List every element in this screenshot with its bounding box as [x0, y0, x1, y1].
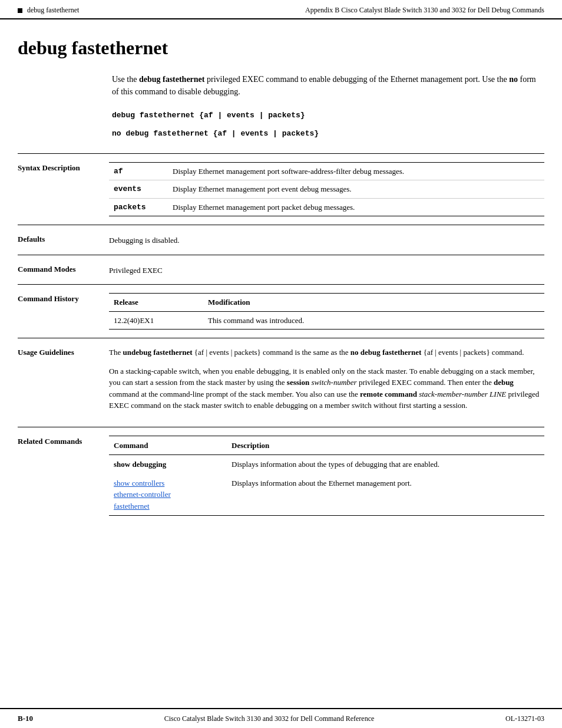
usage-undebug-bold: undebug fastethernet	[123, 348, 192, 357]
header-breadcrumb: debug fastethernet	[27, 6, 79, 15]
defaults-label: Defaults	[18, 233, 109, 246]
defaults-content: Debugging is disabled.	[109, 233, 544, 246]
intro-paragraph: Use the debug fastethernet privileged EX…	[112, 73, 544, 98]
usage-session-bold: session	[287, 378, 309, 387]
defaults-text: Debugging is disabled.	[109, 233, 544, 246]
rel-desc-show-controllers: Displays information about the Ethernet …	[227, 474, 544, 516]
command-history-content: Release Modification 12.2(40)EX1 This co…	[109, 293, 544, 330]
related-commands-table: Command Description show debugging Displ…	[109, 436, 544, 516]
footer-center-text: Cisco Catalyst Blade Switch 3130 and 303…	[164, 714, 375, 723]
intro-section: Use the debug fastethernet privileged EX…	[112, 73, 544, 98]
cmd-history-release: 12.2(40)EX1	[109, 311, 203, 330]
command-modes-label: Command Modes	[18, 263, 109, 276]
defaults-section: Defaults Debugging is disabled.	[18, 225, 544, 255]
syntax-description-section: Syntax Description af Display Ethernet m…	[18, 153, 544, 225]
syntax-table: af Display Ethernet management port soft…	[109, 162, 544, 217]
usage-text-3: {af | events | packets} command.	[421, 348, 524, 357]
page-header: debug fastethernet Appendix B Cisco Cata…	[0, 0, 562, 19]
table-row: show controllersethernet-controllerfaste…	[109, 474, 544, 516]
rel-cmd-header: Command	[109, 436, 227, 455]
command-modes-text: Privileged EXEC	[109, 263, 544, 276]
intro-no-bold: no	[509, 75, 518, 84]
usage-text-1: The	[109, 348, 123, 357]
usage-guidelines-content: The undebug fastethernet {af | events | …	[109, 347, 544, 419]
intro-text-mid: privileged EXEC command to enable debugg…	[205, 75, 510, 84]
page-content: debug fastethernet Use the debug fasteth…	[0, 19, 562, 559]
usage-nodebug-bold: no debug fastethernet	[351, 348, 422, 357]
cmd-history-modification: This command was introduced.	[203, 311, 544, 330]
usage-para-2: On a stacking-capable switch, when you e…	[109, 365, 544, 411]
command-history-section: Command History Release Modification 12.…	[18, 284, 544, 338]
command-history-table: Release Modification 12.2(40)EX1 This co…	[109, 293, 544, 330]
command-modes-content: Privileged EXEC	[109, 263, 544, 276]
syntax-term-packets: packets	[109, 198, 168, 216]
rel-cmd-link[interactable]: show controllersethernet-controllerfaste…	[114, 479, 171, 510]
header-left: debug fastethernet	[18, 6, 79, 15]
syntax-description-content: af Display Ethernet management port soft…	[109, 162, 544, 217]
table-row: packets Display Ethernet management port…	[109, 198, 544, 216]
syntax-term-events: events	[109, 180, 168, 199]
syntax-line-1: debug fastethernet {af | events | packet…	[112, 110, 544, 122]
table-row: af Display Ethernet management port soft…	[109, 162, 544, 180]
syntax-description-label: Syntax Description	[18, 162, 109, 217]
usage-stack-italic: stack-member-number LINE	[419, 390, 506, 398]
related-commands-body: Command Description show debugging Displ…	[109, 436, 544, 516]
table-row: Release Modification	[109, 294, 544, 312]
header-chapter: Appendix B Cisco Catalyst Blade Switch 3…	[305, 6, 544, 14]
usage-guidelines-label: Usage Guidelines	[18, 347, 109, 419]
page-footer: B-10 Cisco Catalyst Blade Switch 3130 an…	[0, 708, 562, 728]
intro-text-before: Use the	[112, 75, 139, 84]
footer-page-number: B-10	[18, 714, 33, 723]
rel-desc-header: Description	[227, 436, 544, 455]
page-title: debug fastethernet	[18, 37, 544, 59]
related-commands-section: Related Commands Command Description sho…	[18, 427, 544, 525]
related-commands-label: Related Commands	[18, 436, 109, 516]
usage-switch-italic: switch-number	[311, 378, 356, 387]
related-commands-content: Command Description show debugging Displ…	[109, 436, 544, 516]
rel-cmd-show-controllers[interactable]: show controllersethernet-controllerfaste…	[109, 474, 227, 516]
syntax-desc-af: Display Ethernet management port softwar…	[168, 162, 544, 180]
table-row: Command Description	[109, 436, 544, 455]
command-history-body: Release Modification 12.2(40)EX1 This co…	[109, 294, 544, 330]
usage-debug-bold: debug	[494, 378, 514, 387]
syntax-table-body: af Display Ethernet management port soft…	[109, 162, 544, 216]
intro-command-bold: debug fastethernet	[139, 75, 205, 84]
table-row: 12.2(40)EX1 This command was introduced.	[109, 311, 544, 330]
syntax-line-2: no debug fastethernet {af | events | pac…	[112, 128, 544, 140]
table-row: events Display Ethernet management port …	[109, 180, 544, 199]
header-right: Appendix B Cisco Catalyst Blade Switch 3…	[305, 6, 544, 15]
usage-text-2: {af | events | packets} command is the s…	[193, 348, 351, 357]
table-row: show debugging Displays information abou…	[109, 455, 544, 474]
syntax-desc-packets: Display Ethernet management port packet …	[168, 198, 544, 216]
cmd-history-header-modification: Modification	[203, 294, 544, 312]
usage-remote-bold: remote command	[360, 390, 417, 398]
cmd-history-header-release: Release	[109, 294, 203, 312]
rel-desc-show-debugging: Displays information about the types of …	[227, 455, 544, 474]
header-icon	[18, 8, 22, 13]
usage-para-1: The undebug fastethernet {af | events | …	[109, 347, 544, 358]
syntax-desc-events: Display Ethernet management port event d…	[168, 180, 544, 199]
command-modes-section: Command Modes Privileged EXEC	[18, 255, 544, 285]
usage-guidelines-section: Usage Guidelines The undebug fastetherne…	[18, 338, 544, 427]
footer-right-text: OL-13271-03	[505, 714, 544, 723]
rel-cmd-bold: show debugging	[114, 460, 166, 469]
syntax-term-af: af	[109, 162, 168, 180]
rel-cmd-show-debugging: show debugging	[109, 455, 227, 474]
command-history-label: Command History	[18, 293, 109, 330]
